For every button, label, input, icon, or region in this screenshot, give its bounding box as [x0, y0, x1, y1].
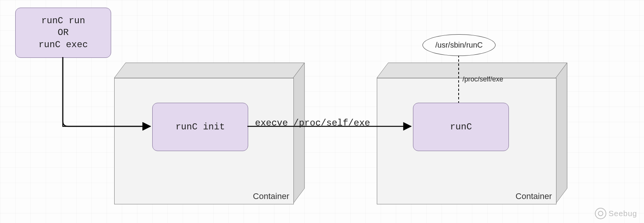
svg-marker-1 — [293, 63, 304, 204]
edge-label-proc-self-exe: /proc/self/exe — [462, 75, 503, 83]
node-runc: runC — [413, 103, 509, 151]
container-right-side-face — [556, 63, 571, 204]
node-runc-binary-label: /usr/sbin/runC — [435, 41, 483, 49]
container-left-label: Container — [253, 191, 289, 201]
svg-marker-0 — [114, 63, 304, 78]
watermark: Seebug — [595, 208, 637, 219]
node-start-text: runC run OR runC exec — [38, 15, 88, 51]
container-right-label: Container — [516, 191, 552, 201]
edge-label-execve: execve /proc/self/exe — [255, 118, 370, 128]
node-start-line2: OR — [58, 27, 69, 38]
node-start-line3: runC exec — [38, 40, 88, 50]
node-runc-binary-ellipse: /usr/sbin/runC — [422, 34, 496, 56]
container-left-side-face — [293, 63, 308, 204]
node-start: runC run OR runC exec — [15, 8, 111, 58]
node-start-line1: runC run — [41, 16, 85, 26]
bug-icon — [595, 208, 606, 219]
node-runc-init: runC init — [152, 103, 248, 151]
node-runc-init-label: runC init — [175, 121, 225, 133]
svg-marker-3 — [556, 63, 567, 204]
diagram-stage: Container Container runC run OR runC exe… — [0, 0, 644, 223]
container-left-top-face — [114, 63, 304, 78]
watermark-text: Seebug — [609, 209, 637, 218]
node-runc-label: runC — [450, 121, 472, 133]
